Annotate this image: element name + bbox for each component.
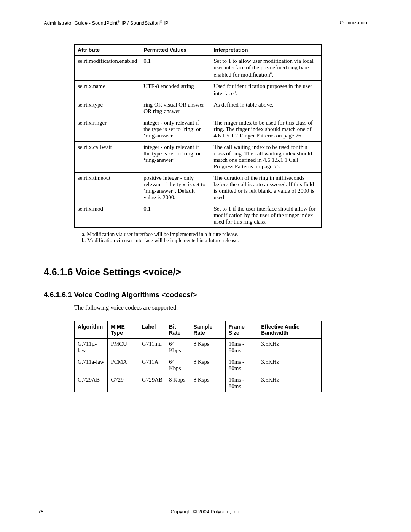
cell-interpretation: Set to 1 to allow user modification via …: [210, 56, 322, 81]
cell: 64 Kbps: [166, 356, 190, 374]
cell-attribute: se.rt.x.timeout: [75, 173, 140, 203]
cell: PMCU: [108, 339, 139, 356]
cell: 3.5KHz: [258, 356, 322, 374]
cell: 10ms - 80ms: [225, 374, 258, 392]
cell-interpretation: Used for identification purposes in the …: [210, 81, 322, 99]
table-row: se.rt.x.ringerinteger - only relevant if…: [75, 117, 322, 142]
cell-permitted: UTF-8 encoded string: [140, 81, 210, 99]
cell: G.711µ-law: [75, 339, 108, 356]
header-text: Administrator Guide - SoundPoint: [44, 20, 118, 26]
cell: 8 Ksps: [190, 356, 225, 374]
col-label: Label: [139, 321, 166, 339]
header-right: Optimization: [340, 20, 367, 26]
table-row: se.rt.x.nameUTF-8 encoded stringUsed for…: [75, 81, 322, 99]
footnote-ref-icon: b: [234, 89, 236, 94]
cell-permitted: 0,1: [140, 203, 210, 228]
footnote-ref-icon: a: [270, 71, 272, 75]
cell-attribute: se.rt.x.callWait: [75, 142, 140, 173]
col-samplerate: Sample Rate: [190, 321, 225, 339]
col-mime: MIME Type: [108, 321, 139, 339]
subsection-heading: 4.6.1.6.1 Voice Coding Algorithms <codec…: [44, 291, 367, 299]
footer-copyright: Copyright © 2004 Polycom, Inc.: [0, 509, 411, 514]
table-row: se.rt.x.timeoutpositive integer - only r…: [75, 173, 322, 203]
table-row: se.rt.x.callWaitinteger - only relevant …: [75, 142, 322, 173]
cell-permitted: 0,1: [140, 56, 210, 81]
cell-interpretation: Set to 1 if the user interface should al…: [210, 203, 322, 228]
table-row: G.711µ-lawPMCUG711mu64 Kbps8 Ksps10ms - …: [75, 339, 322, 356]
cell-attribute: se.rt.x.name: [75, 81, 140, 99]
page-header: Administrator Guide - SoundPoint® IP / S…: [44, 20, 367, 26]
cell: G.711a-law: [75, 356, 108, 374]
cell-permitted: integer - only relevant if the type is s…: [140, 117, 210, 142]
cell-interpretation: The duration of the ring in milliseconds…: [210, 173, 322, 203]
section-heading: 4.6.1.6 Voice Settings <voice/>: [44, 267, 367, 278]
cell-attribute: se.rt.x.ringer: [75, 117, 140, 142]
header-text: IP: [162, 20, 169, 26]
table-head-row: Attribute Permitted Values Interpretatio…: [75, 45, 322, 56]
codec-table: Algorithm MIME Type Label Bit Rate Sampl…: [74, 321, 322, 392]
cell-interpretation: As defined in table above.: [210, 99, 322, 117]
cell-permitted: positive integer - only relevant if the …: [140, 173, 210, 203]
cell-permitted: ring OR visual OR answer OR ring-answer: [140, 99, 210, 117]
cell: 3.5KHz: [258, 374, 322, 392]
col-bitrate: Bit Rate: [166, 321, 190, 339]
cell: G729: [108, 374, 139, 392]
cell-interpretation: The call waiting index to be used for th…: [210, 142, 322, 173]
table-row: G.729ABG729G729AB8 Kbps8 Ksps10ms - 80ms…: [75, 374, 322, 392]
cell: 10ms - 80ms: [225, 356, 258, 374]
table-row: se.rt.modification.enabled0,1Set to 1 to…: [75, 56, 322, 81]
cell-attribute: se.rt.x.mod: [75, 203, 140, 228]
table-row: G.711a-lawPCMAG711A64 Kbps8 Ksps10ms - 8…: [75, 356, 322, 374]
cell-interpretation: The ringer index to be used for this cla…: [210, 117, 322, 142]
col-bandwidth: Effective Audio Bandwidth: [258, 321, 322, 339]
col-interpretation: Interpretation: [210, 45, 322, 56]
intro-text: The following voice codecs are supported…: [74, 304, 367, 311]
cell-permitted: integer - only relevant if the type is s…: [140, 142, 210, 173]
cell-attribute: se.rt.modification.enabled: [75, 56, 140, 81]
header-text: IP / SoundStation: [120, 20, 160, 26]
cell-attribute: se.rt.x.type: [75, 99, 140, 117]
col-algorithm: Algorithm: [75, 321, 108, 339]
header-left: Administrator Guide - SoundPoint® IP / S…: [44, 20, 168, 26]
cell: 64 Kbps: [166, 339, 190, 356]
cell: G.729AB: [75, 374, 108, 392]
cell: 8 Ksps: [190, 374, 225, 392]
attribute-table: Attribute Permitted Values Interpretatio…: [74, 44, 322, 228]
col-permitted: Permitted Values: [140, 45, 210, 56]
cell: G711mu: [139, 339, 166, 356]
col-attribute: Attribute: [75, 45, 140, 56]
cell: 10ms - 80ms: [225, 339, 258, 356]
footnote-b: b. Modification via user interface will …: [82, 238, 367, 244]
cell: G729AB: [139, 374, 166, 392]
cell: G711A: [139, 356, 166, 374]
cell: 3.5KHz: [258, 339, 322, 356]
registered-icon: ®: [160, 20, 162, 24]
footnote-a: a. Modification via user interface will …: [82, 232, 367, 238]
table-row: se.rt.x.typering OR visual OR answer OR …: [75, 99, 322, 117]
page: Administrator Guide - SoundPoint® IP / S…: [0, 0, 411, 532]
col-framesize: Frame Size: [225, 321, 258, 339]
cell: PCMA: [108, 356, 139, 374]
cell: 8 Kbps: [166, 374, 190, 392]
table-head-row: Algorithm MIME Type Label Bit Rate Sampl…: [75, 321, 322, 339]
table-row: se.rt.x.mod0,1Set to 1 if the user inter…: [75, 203, 322, 228]
cell: 8 Ksps: [190, 339, 225, 356]
footnotes: a. Modification via user interface will …: [82, 232, 367, 244]
